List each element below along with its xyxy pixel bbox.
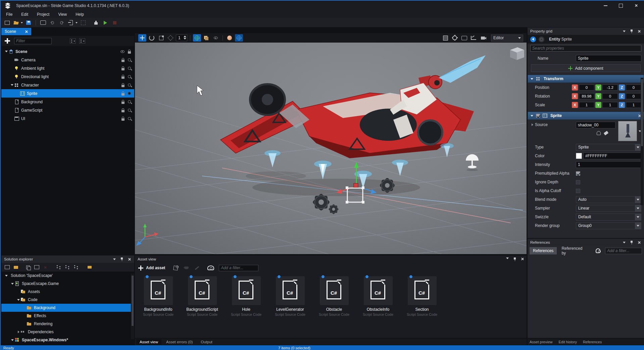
sprite-section-header[interactable]: Sprite	[528, 112, 644, 120]
panel-close-icon[interactable]	[128, 258, 131, 261]
menu-view[interactable]: View	[55, 11, 70, 18]
lock-icon[interactable]	[128, 51, 131, 54]
link-selection-icon[interactable]	[172, 265, 179, 271]
tab-asset-errors-0[interactable]: Asset errors (0)	[163, 339, 196, 345]
y-value-field[interactable]: 0	[602, 93, 618, 99]
hierarchy-item-ui[interactable]: UI	[1, 114, 134, 123]
expanded-arrow-icon[interactable]	[4, 51, 9, 52]
mag-icon[interactable]	[128, 100, 131, 103]
panel-menu-icon[interactable]	[506, 257, 509, 259]
mag-icon[interactable]	[128, 58, 131, 61]
pin-icon[interactable]	[513, 257, 516, 261]
menu-edit[interactable]: Edit	[18, 11, 32, 18]
solution-item-spaceescape-windows[interactable]: SpaceEscape.Windows*	[1, 336, 134, 344]
asset-view-header[interactable]: Asset view	[135, 255, 527, 263]
grid-toggle-icon[interactable]	[193, 34, 201, 42]
expanded-arrow-icon[interactable]	[10, 283, 15, 285]
references-header[interactable]: References	[528, 239, 644, 246]
asset-card-backgroundinfo[interactable]: C#BackgroundInfoScript Source Code	[140, 276, 176, 316]
menu-file[interactable]: File	[3, 11, 16, 18]
create-entity-button[interactable]	[4, 38, 11, 44]
lock-icon[interactable]	[121, 102, 125, 104]
navigation-mesh-icon[interactable]	[202, 34, 210, 42]
properties-icon[interactable]	[34, 265, 40, 270]
camera-icon[interactable]	[479, 34, 487, 42]
lock-icon[interactable]	[121, 68, 125, 70]
snap-tool-icon[interactable]	[166, 34, 175, 42]
solution-item-spaceescape-game[interactable]: SpaceEscape.Game	[1, 280, 134, 288]
new-folder-icon[interactable]	[13, 265, 19, 270]
sync-selection-icon[interactable]	[73, 265, 79, 270]
solution-item-background[interactable]: Background	[1, 304, 134, 312]
eye-icon[interactable]	[120, 50, 125, 53]
minimize-button[interactable]	[598, 1, 613, 11]
snap-value-input[interactable]: 1	[176, 35, 187, 41]
hierarchy-item-background[interactable]: Background	[1, 98, 134, 106]
asset-card-obstacleinfo[interactable]: C#ObstacleInfoScript Source Code	[360, 276, 396, 316]
expand-all-icon[interactable]	[64, 265, 70, 270]
hierarchy-item-character[interactable]: Character	[1, 81, 134, 89]
hierarchy-item-camera[interactable]: Camera	[1, 56, 134, 64]
back-button[interactable]	[530, 37, 536, 42]
redo-icon[interactable]	[58, 19, 65, 26]
light-gizmo-lamp[interactable]	[466, 154, 479, 171]
hierarchy-item-ambient-light[interactable]: Ambient light	[1, 64, 134, 72]
lock-icon[interactable]	[121, 85, 125, 87]
clear-icon[interactable]	[604, 131, 608, 135]
pin-icon[interactable]	[630, 30, 633, 33]
premultiplied-alpha-checkbox[interactable]	[576, 171, 580, 176]
lighting-icon[interactable]	[226, 34, 234, 42]
hierarchy-filter-input[interactable]	[14, 38, 52, 44]
snap-decrease-icon[interactable]	[184, 38, 186, 40]
mag-icon[interactable]	[128, 117, 131, 120]
color-hex-field[interactable]: #FFFFFFFF	[583, 153, 641, 159]
play-icon[interactable]	[102, 19, 109, 26]
hierarchy-item-sprite[interactable]: Sprite	[1, 89, 134, 98]
hierarchy-item-directional-light[interactable]: Directional light	[1, 72, 134, 81]
snap-increase-icon[interactable]	[184, 36, 186, 37]
refresh-button[interactable]	[539, 37, 544, 42]
expand-tree-icon[interactable]	[79, 38, 85, 44]
render-group-dropdown[interactable]: Group0	[576, 222, 641, 229]
viewport-canvas[interactable]	[135, 43, 527, 254]
collapse-icon[interactable]	[531, 115, 533, 117]
solution-item-code[interactable]: Code	[1, 296, 134, 304]
pin-icon[interactable]	[630, 241, 633, 244]
asset-preview-icon[interactable]	[207, 266, 214, 270]
world-space-icon[interactable]	[235, 34, 243, 42]
import-model-icon[interactable]	[183, 265, 189, 271]
collapse-tree-icon[interactable]	[70, 38, 76, 44]
color-swatch[interactable]	[576, 153, 582, 159]
lock-icon[interactable]	[121, 118, 125, 121]
sampler-dropdown[interactable]: Linear	[576, 205, 641, 212]
save-icon[interactable]	[25, 19, 32, 26]
lock-icon[interactable]	[121, 93, 125, 96]
lock-icon[interactable]	[121, 110, 125, 112]
references-filter-input[interactable]	[605, 248, 642, 254]
new-item-icon[interactable]	[4, 265, 10, 270]
z-value-field[interactable]: 0	[626, 93, 641, 99]
build-icon[interactable]	[92, 19, 100, 26]
add-component-button[interactable]: Add component	[531, 64, 641, 72]
component-enabled-checkbox[interactable]	[536, 114, 540, 118]
scale-tool-icon[interactable]	[157, 34, 165, 42]
stop-icon[interactable]	[111, 19, 118, 26]
x-value-field[interactable]: 0	[579, 84, 594, 91]
scene-tab-close-icon[interactable]	[25, 30, 28, 33]
expanded-arrow-icon[interactable]	[10, 84, 14, 86]
panel-close-icon[interactable]	[521, 257, 524, 260]
x-value-field[interactable]: 1	[579, 102, 594, 108]
viewport-settings-icon[interactable]	[451, 34, 459, 42]
source-field[interactable]: shadow_00	[576, 122, 615, 128]
z-value-field[interactable]: 0	[626, 84, 641, 91]
menu-project[interactable]: Project	[34, 11, 53, 18]
collapse-all-icon[interactable]	[56, 265, 62, 270]
panel-menu-icon[interactable]	[113, 258, 116, 260]
panel-menu-icon[interactable]	[623, 31, 626, 32]
lock-icon[interactable]	[121, 76, 125, 79]
menu-help[interactable]: Help	[72, 11, 87, 18]
platform-dropdown-caret[interactable]	[76, 22, 78, 23]
expanded-arrow-icon[interactable]	[10, 339, 15, 341]
tab-asset-view[interactable]: Asset view	[136, 339, 161, 345]
connect-icon[interactable]	[80, 19, 87, 26]
